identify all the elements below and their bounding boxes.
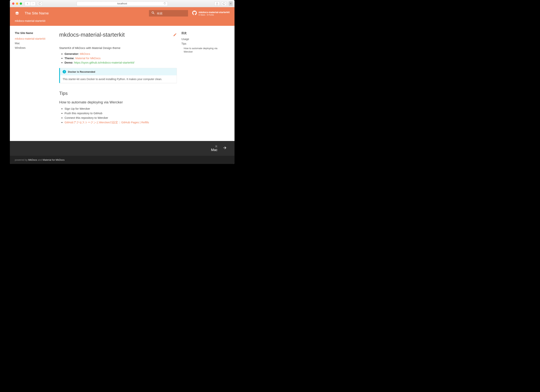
repo-name: mkdocs-material-starterkit	[199, 11, 230, 14]
back-button[interactable]	[25, 1, 30, 6]
footer-bottom: powered by MkDocs and Material for MkDoc…	[10, 156, 235, 164]
bullet-link[interactable]: https://syon.github.io/mkdocs-material-s…	[74, 61, 134, 64]
logo-icon	[15, 11, 19, 15]
sidebar-toggle-button[interactable]	[37, 1, 43, 6]
address-text: localhost	[117, 2, 127, 5]
step-item: Sign Up for Wercker	[65, 107, 177, 110]
bullet-item: Theme: Material for MkDocs	[65, 56, 177, 60]
repo-link[interactable]: mkdocs-material-starterkit 0 Stars · 0 F…	[192, 11, 230, 16]
search-icon	[151, 11, 155, 15]
footer-link-mkdocs[interactable]: MkDocs	[28, 158, 37, 161]
step-item: Push this repository to GitHub	[65, 111, 177, 115]
github-icon	[192, 11, 197, 16]
main-article: mkdocs-material-starterkit StarterKit of…	[59, 31, 177, 139]
svg-rect-4	[223, 2, 225, 4]
nav-item[interactable]: Mac	[15, 41, 55, 45]
table-of-contents: 目次 UsageTipsHow to automate deploying vi…	[181, 31, 217, 139]
bullet-link[interactable]: MkDocs	[80, 52, 90, 55]
traffic-lights	[12, 2, 22, 5]
edit-icon[interactable]	[173, 31, 177, 38]
admonition-title: Docker is Recomended	[68, 70, 95, 73]
footer-next-label: 次	[211, 145, 217, 148]
page-content: The Site Name mkdocs-material-starterkit…	[10, 7, 235, 164]
step-link[interactable]: GitHubアクセストークンとWerckerの設定 :: GitHub Page…	[65, 121, 149, 124]
browser-right-buttons: +	[215, 1, 233, 6]
address-bar[interactable]: localhost	[77, 1, 168, 6]
search-box[interactable]	[149, 10, 188, 16]
toc-title: 目次	[181, 31, 217, 35]
nav-sidebar: The Site Name mkdocs-material-starterkit…	[15, 31, 55, 139]
reload-icon[interactable]	[164, 2, 166, 5]
maximize-window-button[interactable]	[20, 2, 22, 5]
site-header: The Site Name mkdocs-material-starterkit…	[10, 7, 235, 26]
arrow-right-icon	[223, 146, 227, 151]
footer-next-page: Mac	[211, 148, 217, 152]
nav-item[interactable]: Windows	[15, 45, 55, 50]
admonition-info: i Docker is Recomended This starter-kit …	[59, 68, 177, 83]
close-window-button[interactable]	[12, 2, 15, 5]
step-item: Connect this repository to Wercker	[65, 116, 177, 119]
bullet-item: Generator: MkDocs	[65, 52, 177, 55]
forward-button[interactable]	[30, 1, 35, 6]
new-tab-button[interactable]: +	[229, 1, 233, 6]
search-input[interactable]	[157, 12, 186, 15]
toc-item[interactable]: Tips	[181, 41, 217, 46]
svg-rect-0	[39, 2, 41, 5]
toc-item[interactable]: Usage	[181, 37, 217, 41]
bullet-item: Demo: https://syon.github.io/mkdocs-mate…	[65, 61, 177, 64]
admonition-body: This starter-kit uses Docker to avoid in…	[60, 75, 177, 83]
browser-window: localhost + The Site Name	[10, 0, 235, 164]
toc-item[interactable]: How to automate deploying via Wercker	[181, 46, 217, 54]
minimize-window-button[interactable]	[16, 2, 18, 5]
bullet-link[interactable]: Material for MkDocs	[75, 56, 100, 60]
share-button[interactable]	[215, 1, 220, 6]
site-title: The Site Name	[25, 11, 49, 15]
repo-stats: 0 Stars · 0 Forks	[199, 14, 230, 16]
nav-title: The Site Name	[15, 31, 55, 35]
intro-text: StarterKit of MkDocs with Material Desig…	[59, 46, 177, 50]
tabs-button[interactable]	[221, 1, 227, 6]
nav-buttons	[25, 1, 36, 6]
nav-item[interactable]: mkdocs-material-starterkit	[15, 36, 55, 41]
heading-tips: Tips	[59, 91, 177, 96]
info-icon: i	[63, 70, 66, 73]
footer-link-material[interactable]: Material for MkDocs	[43, 158, 65, 161]
heading-wercker: How to automate deploying via Wercker	[59, 100, 177, 104]
page-title: mkdocs-material-starterkit	[59, 31, 177, 38]
breadcrumb: mkdocs-material-starterkit	[10, 19, 235, 26]
browser-titlebar: localhost +	[10, 0, 235, 7]
content-area: The Site Name mkdocs-material-starterkit…	[10, 26, 235, 164]
step-item: GitHubアクセストークンとWerckerの設定 :: GitHub Page…	[65, 121, 177, 124]
footer-nav[interactable]: 次 Mac	[10, 141, 235, 156]
